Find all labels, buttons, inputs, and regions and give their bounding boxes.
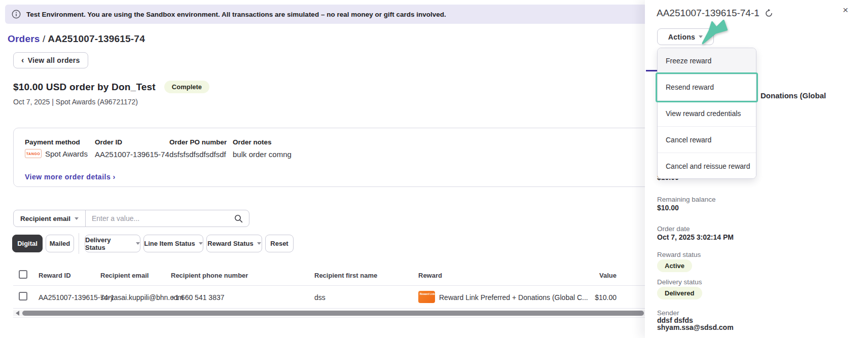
chevron-down-icon (136, 242, 140, 245)
menu-item-freeze-reward[interactable]: Freeze reward (658, 48, 756, 74)
reset-filters-label: Reset (270, 240, 288, 247)
actions-button[interactable]: Actions (657, 28, 714, 45)
col-header-reward[interactable]: Reward (418, 272, 442, 279)
reward-status-filter[interactable]: Reward Status (206, 235, 262, 252)
delivery-status-label: Delivery status (657, 278, 702, 286)
sender-email: shyam.ssa@sdsd.com (657, 323, 734, 331)
panel-title: AA251007-139615-74-1 (657, 8, 760, 19)
chevron-down-icon (75, 217, 79, 220)
order-date-value: Oct 7, 2025 3:02:14 PM (657, 233, 734, 241)
payment-method-label: Payment method (25, 138, 80, 146)
scroll-left-arrow-icon[interactable] (16, 311, 19, 316)
order-status-badge: Complete (164, 81, 209, 93)
cell-recipient-first-name: dss (314, 293, 326, 302)
col-header-reward-id[interactable]: Reward ID (39, 272, 71, 279)
order-id-label: Order ID (95, 138, 122, 146)
reward-card-thumbnail: Reward Link (418, 291, 435, 303)
search-input[interactable] (86, 210, 228, 227)
tab-digital[interactable]: Digital (12, 235, 43, 252)
line-item-status-filter-label: Line Item Status (144, 240, 195, 247)
info-icon (12, 10, 21, 19)
delivery-status-filter[interactable]: Delivery Status (85, 235, 140, 252)
order-id-value: AA251007-139615-74 (95, 150, 169, 159)
view-all-orders-button[interactable]: ‹ View all orders (13, 52, 88, 68)
remaining-balance-value: $10.00 (657, 204, 679, 212)
delivery-status-filter-label: Delivery Status (85, 236, 132, 251)
delivery-status-badge: Delivered (657, 287, 702, 299)
panel-title-row: AA251007-139615-74-1 (657, 8, 773, 19)
tab-mailed-label: Mailed (50, 240, 70, 247)
menu-item-cancel-reward[interactable]: Cancel reward (658, 127, 756, 153)
chevron-down-icon (699, 35, 703, 38)
table-bottom-border (13, 317, 645, 318)
active-tab-underline-fragment (646, 70, 657, 71)
reward-status-label: Reward status (657, 251, 701, 258)
breadcrumb-separator: / (43, 33, 45, 44)
col-header-recipient-email[interactable]: Recipient email (100, 272, 149, 279)
search-field-selector[interactable]: Recipient email (14, 210, 86, 227)
tango-logo: TANGO (25, 149, 42, 158)
menu-item-cancel-and-reissue-reward[interactable]: Cancel and reissue reward (658, 153, 756, 179)
payment-method-value: TANGO Spot Awards (25, 149, 88, 158)
reward-detail-panel: AA251007-139615-74-1 × Donations (Global… (645, 0, 868, 338)
line-item-status-filter[interactable]: Line Item Status (143, 235, 203, 252)
col-header-value[interactable]: Value (571, 272, 617, 279)
horizontal-scrollbar[interactable] (13, 310, 645, 316)
order-subtitle: Oct 7, 2025 | Spot Awards (A96721172) (13, 98, 138, 106)
search-button[interactable] (228, 210, 249, 227)
order-notes-value: bulk order comng (233, 150, 292, 159)
chevron-left-icon: ‹ (21, 56, 24, 64)
order-notes-label: Order notes (233, 138, 272, 146)
tab-mailed[interactable]: Mailed (46, 235, 74, 252)
remaining-balance-label: Remaining balance (657, 196, 716, 203)
search-field-selector-label: Recipient email (20, 215, 70, 222)
order-date-label: Order date (657, 225, 690, 233)
col-header-recipient-phone[interactable]: Recipient phone number (171, 272, 248, 279)
select-all-checkbox[interactable] (19, 270, 27, 279)
reward-status-filter-label: Reward Status (207, 240, 253, 247)
cell-recipient-phone: +1 660 541 3837 (171, 293, 225, 302)
actions-menu: Freeze reward Resend reward View reward … (657, 48, 756, 179)
scrollbar-thumb[interactable] (22, 311, 644, 316)
order-header: $10.00 USD order by Don_Test Complete (13, 81, 209, 93)
order-po-label: Order PO number (169, 138, 227, 146)
chevron-down-icon (257, 242, 261, 245)
reset-filters-button[interactable]: Reset (265, 235, 294, 252)
close-icon[interactable]: × (843, 5, 848, 15)
search-icon (234, 214, 243, 223)
order-title: $10.00 USD order by Don_Test (13, 82, 156, 93)
refresh-icon[interactable] (765, 9, 773, 18)
menu-item-view-reward-credentials[interactable]: View reward credentials (658, 101, 756, 127)
filter-divider (79, 233, 79, 254)
row-checkbox[interactable] (19, 292, 27, 301)
menu-item-resend-reward[interactable]: Resend reward (658, 74, 756, 101)
breadcrumb-orders-link[interactable]: Orders (8, 33, 40, 44)
sender-label: Sender (657, 309, 679, 317)
breadcrumb: Orders / AA251007-139615-74 (8, 33, 145, 45)
breadcrumb-current: AA251007-139615-74 (48, 33, 145, 44)
reward-name-partial: Donations (Global (761, 91, 826, 100)
view-more-order-details-link[interactable]: View more order details › (25, 173, 116, 181)
actions-button-label: Actions (668, 33, 695, 41)
cell-value: $10.00 (571, 293, 617, 302)
chevron-down-icon (199, 242, 203, 245)
cell-reward-name: Reward Link Preferred + Donations (Globa… (439, 293, 588, 302)
col-header-recipient-first-name[interactable]: Recipient first name (314, 272, 377, 279)
payment-method-text: Spot Awards (45, 149, 88, 158)
tab-digital-label: Digital (17, 240, 38, 247)
view-all-orders-label: View all orders (28, 56, 80, 64)
banner-text: Test Environment. You are using the Sand… (26, 11, 446, 18)
order-po-value: dsfsfsdfsdfsdfsdf (169, 150, 226, 159)
recipient-search: Recipient email (13, 210, 249, 227)
reward-status-badge: Active (657, 259, 692, 272)
